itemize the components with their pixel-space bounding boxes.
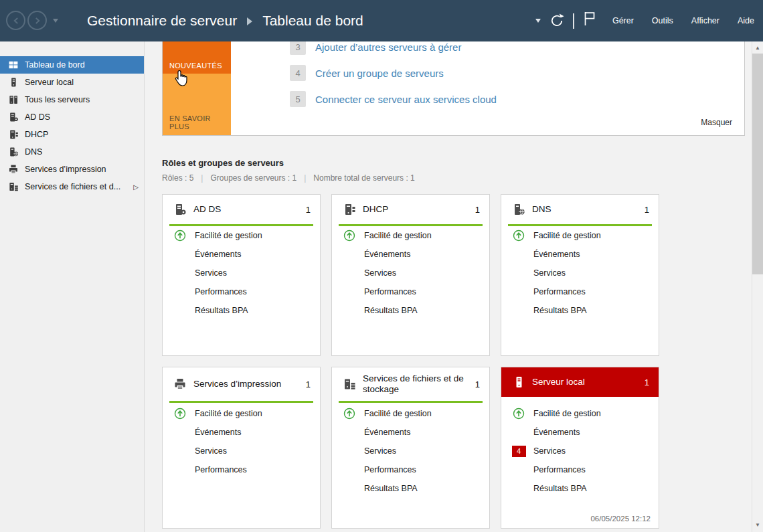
- tile-header[interactable]: AD DS 1: [163, 195, 320, 224]
- tile-print-services: Services d’impression 1 Facilité de gest…: [162, 367, 321, 529]
- scrollbar-thumb[interactable]: [752, 54, 763, 274]
- sidebar-item-label: AD DS: [25, 112, 50, 122]
- tile-item-manageability[interactable]: Facilité de gestion: [332, 404, 489, 423]
- page-title: Tableau de bord: [262, 13, 363, 29]
- tile-count: 1: [645, 377, 649, 387]
- history-caret-icon[interactable]: [53, 19, 58, 23]
- tile-title: AD DS: [193, 204, 221, 215]
- refresh-button[interactable]: [549, 13, 565, 29]
- whats-new-button[interactable]: NOUVEAUTÉS: [163, 41, 231, 74]
- tile-item-performance[interactable]: Performances: [332, 460, 489, 479]
- tile-item-label: Facilité de gestion: [364, 231, 432, 240]
- tile-item-services[interactable]: Services: [332, 264, 489, 282]
- tile-item-performance[interactable]: Performances: [501, 460, 659, 479]
- sidebar-item-label: DNS: [25, 147, 42, 157]
- menu-afficher[interactable]: Afficher: [691, 16, 719, 25]
- sidebar-item-dhcp[interactable]: DHCP: [0, 126, 144, 143]
- tile-header[interactable]: Services d’impression 1: [163, 367, 320, 401]
- tile-item-events[interactable]: Événements: [163, 245, 320, 264]
- status-up-arrow-icon: [343, 229, 356, 242]
- menu-gerer[interactable]: Gérer: [612, 16, 634, 25]
- sidebar-item-label: Tableau de bord: [25, 60, 85, 70]
- tile-item-label: Résultats BPA: [364, 484, 418, 493]
- scrollbar-down-arrow[interactable]: ▼: [752, 521, 763, 529]
- hide-welcome-link[interactable]: Masquer: [701, 118, 732, 127]
- sidebar-item-dashboard[interactable]: Tableau de bord: [0, 56, 144, 74]
- forward-button[interactable]: [27, 11, 47, 30]
- sidebar-item-label: Services de fichiers et d...: [25, 182, 120, 191]
- tile-item-bpa[interactable]: Résultats BPA: [501, 479, 659, 498]
- dns-role-icon: [512, 203, 525, 216]
- refresh-icon: [549, 13, 565, 29]
- tile-item-services[interactable]: Services: [163, 442, 320, 460]
- sidebar-item-adds[interactable]: AD DS: [0, 108, 144, 126]
- vertical-scrollbar[interactable]: ▲ ▼: [752, 41, 763, 532]
- notifications-caret-icon[interactable]: [535, 19, 541, 23]
- tile-header[interactable]: Services de fichiers et de stockage 1: [332, 367, 489, 401]
- tile-items: Facilité de gestion Événements Services …: [163, 403, 320, 479]
- tile-item-services[interactable]: Services: [163, 264, 320, 282]
- status-up-arrow-icon: [343, 407, 356, 420]
- tile-item-performance[interactable]: Performances: [332, 282, 489, 301]
- tile-item-events[interactable]: Événements: [332, 423, 489, 442]
- breadcrumb-separator-icon: [247, 17, 252, 25]
- tile-item-label: Performances: [533, 465, 586, 474]
- tile-item-services[interactable]: 4 Services: [501, 442, 659, 460]
- sidebar-item-dns[interactable]: DNS: [0, 143, 144, 161]
- adds-role-icon: [173, 203, 187, 216]
- tile-header[interactable]: Serveur local 1: [501, 367, 659, 397]
- tile-item-manageability[interactable]: Facilité de gestion: [163, 404, 320, 423]
- tile-item-bpa[interactable]: Résultats BPA: [332, 479, 489, 498]
- sidebar-item-local-server[interactable]: Serveur local: [0, 74, 144, 91]
- tile-item-events[interactable]: Événements: [501, 245, 659, 264]
- tile-title: DNS: [532, 204, 552, 215]
- tile-item-events[interactable]: Événements: [501, 423, 659, 442]
- sidebar-item-all-servers[interactable]: Tous les serveurs: [0, 91, 144, 108]
- tile-item-label: Événements: [533, 250, 580, 259]
- sidebar-item-file-storage-services[interactable]: Services de fichiers et d... ▷: [0, 178, 144, 195]
- stat-server-groups: Groupes de serveurs : 1: [210, 173, 296, 183]
- scrollbar-up-arrow[interactable]: ▲: [752, 44, 763, 52]
- tile-items: Facilité de gestion Événements 4 Service…: [501, 397, 659, 498]
- tile-item-events[interactable]: Événements: [332, 245, 489, 264]
- titlebar-divider: [573, 13, 574, 29]
- connect-cloud-link[interactable]: Connecter ce serveur aux services cloud: [315, 94, 497, 105]
- notifications-flag-button[interactable]: [582, 11, 597, 28]
- tile-title: Services de fichiers et de stockage: [363, 373, 469, 395]
- tile-header[interactable]: DHCP 1: [332, 195, 489, 224]
- tile-item-bpa[interactable]: Résultats BPA: [163, 301, 320, 320]
- tile-item-label: Performances: [533, 287, 586, 296]
- create-server-group-link[interactable]: Créer un groupe de serveurs: [315, 68, 444, 79]
- tile-datetime: 06/05/2025 12:12: [590, 515, 651, 523]
- tile-item-events[interactable]: Événements: [163, 423, 320, 442]
- status-up-arrow-icon: [512, 407, 525, 420]
- tile-header[interactable]: DNS 1: [501, 195, 659, 224]
- tile-item-label: Facilité de gestion: [195, 231, 262, 240]
- menu-aide[interactable]: Aide: [738, 16, 754, 25]
- tile-item-performance[interactable]: Performances: [501, 282, 659, 301]
- sidebar-item-print-services[interactable]: Services d’impression: [0, 161, 144, 178]
- tile-item-label: Résultats BPA: [364, 306, 418, 315]
- tile-item-manageability[interactable]: Facilité de gestion: [501, 226, 659, 245]
- menu-outils[interactable]: Outils: [652, 16, 673, 25]
- tile-item-label: Résultats BPA: [195, 306, 248, 315]
- tile-item-manageability[interactable]: Facilité de gestion: [501, 404, 659, 423]
- tile-item-performance[interactable]: Performances: [163, 460, 320, 479]
- tile-item-bpa[interactable]: Résultats BPA: [501, 301, 659, 320]
- flyout-chevron-icon[interactable]: ▷: [133, 183, 140, 191]
- back-button[interactable]: [6, 11, 25, 30]
- status-up-arrow-icon: [173, 229, 187, 242]
- add-servers-link[interactable]: Ajouter d’autres serveurs à gérer: [315, 41, 461, 53]
- services-alert-count: 4: [512, 446, 526, 457]
- file-storage-icon: [343, 377, 356, 391]
- learn-more-button[interactable]: EN SAVOIR PLUS: [163, 74, 231, 136]
- tile-item-bpa[interactable]: Résultats BPA: [332, 301, 489, 320]
- tile-item-services[interactable]: Services: [332, 442, 489, 460]
- tile-item-manageability[interactable]: Facilité de gestion: [163, 226, 320, 245]
- tile-item-services[interactable]: Services: [501, 264, 659, 282]
- tile-item-performance[interactable]: Performances: [163, 282, 320, 301]
- tile-item-manageability[interactable]: Facilité de gestion: [332, 226, 489, 245]
- tile-file-storage-services: Services de fichiers et de stockage 1 Fa…: [331, 367, 490, 529]
- breadcrumb: Gestionnaire de serveur Tableau de bord: [87, 0, 363, 41]
- roles-section-title: Rôles et groupes de serveurs: [162, 158, 284, 168]
